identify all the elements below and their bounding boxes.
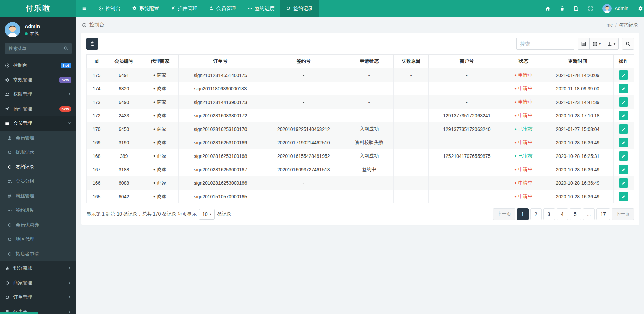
main-content: 控制台 mc / 签约记录 ▾ ▾ Id会员编号代理商家订单号签约号申请状态失败…	[76, 17, 644, 314]
nav-item-签约进度[interactable]: 签约进度	[242, 0, 280, 17]
sidebar-item-会员优惠券[interactable]: 会员优惠券	[0, 218, 76, 232]
edit-button[interactable]	[619, 192, 628, 201]
sidebar-item-插件管理[interactable]: 插件管理new	[0, 102, 76, 116]
column-header-订单号: 订单号	[179, 55, 262, 68]
menu-search-input[interactable]	[5, 43, 72, 54]
home-icon	[545, 6, 550, 11]
nav-item-插件管理[interactable]: 插件管理	[165, 0, 203, 17]
cell-id: 172	[87, 109, 106, 122]
sidebar-item-商家管理[interactable]: 商家管理	[0, 276, 76, 290]
cell-apply-status: 入网成功	[345, 122, 393, 136]
chevron-left-icon	[68, 295, 71, 299]
sidebar-bottom-accent	[0, 312, 38, 314]
nav-item-控制台[interactable]: 控制台	[93, 0, 126, 17]
sidebar-item-提现记录[interactable]: 提现记录	[0, 145, 76, 160]
caret-down-icon: ▾	[599, 42, 601, 46]
sidebar-item-签约进度[interactable]: 签约进度	[0, 203, 76, 218]
sidebar-item-权限管理[interactable]: 权限管理	[0, 87, 76, 102]
edit-button[interactable]	[619, 138, 628, 147]
cell-id: 167	[87, 163, 106, 176]
sidebar-item-签约记录[interactable]: 签约记录	[0, 160, 76, 174]
cell-fail-reason	[393, 95, 429, 109]
sidebar-item-label: 签约记录	[16, 164, 34, 170]
page-button-17[interactable]: 17	[596, 208, 610, 220]
advanced-search-button[interactable]	[622, 38, 634, 50]
page-button-2[interactable]: 2	[530, 208, 542, 220]
sidebar-item-会员分组[interactable]: 会员分组	[0, 174, 76, 189]
page-title: 控制台	[89, 22, 104, 28]
edit-button[interactable]	[619, 84, 628, 93]
edit-button[interactable]	[619, 124, 628, 134]
page-size-select[interactable]: 10 ▴	[199, 209, 215, 220]
pencil-icon	[622, 181, 626, 185]
cell-fail-reason: -	[393, 68, 429, 82]
user-status: 在线	[25, 31, 40, 37]
sidebar-item-label: 粉丝管理	[16, 193, 34, 199]
sidebar-item-粉丝管理[interactable]: 粉丝管理	[0, 189, 76, 203]
table-row: 1656042●商家sign20101510570900165----●申请中2…	[87, 190, 634, 203]
cell-order-no: sign21012314413900173	[179, 95, 262, 109]
user-panel: Admin 在线	[0, 17, 76, 41]
page-button-下一页[interactable]: 下一页	[612, 208, 634, 220]
breadcrumb-parent[interactable]: mc	[606, 22, 613, 28]
nav-item-签约记录[interactable]: 签约记录	[280, 0, 319, 17]
cell-sign-no: -	[262, 190, 345, 203]
cell-member-no: 6042	[106, 190, 141, 203]
sidebar-item-订单管理[interactable]: 订单管理	[0, 290, 76, 305]
page-button-4[interactable]: 4	[557, 208, 568, 220]
refresh-button[interactable]	[86, 38, 98, 50]
expand-icon	[588, 6, 593, 11]
table-search-input[interactable]	[516, 38, 574, 50]
settings-button[interactable]	[633, 0, 644, 17]
avatar	[602, 4, 612, 13]
edit-button[interactable]	[619, 111, 628, 120]
clear-cache-button[interactable]	[555, 0, 569, 17]
cell-fail-reason	[393, 122, 429, 136]
sidebar-menu: 控制台hot常规管理new权限管理插件管理new会员管理会员管理提现记录签约记录…	[0, 58, 76, 314]
nav-item-label: 系统配置	[139, 5, 159, 12]
ellipsis-icon	[248, 6, 252, 11]
view-button-group: ▾ ▾	[578, 38, 619, 50]
table-row: 1693190●商家sign20102816253100169202010171…	[87, 136, 634, 149]
chevron-left-icon	[68, 266, 71, 270]
brand-logo[interactable]: 付乐啦	[0, 0, 76, 17]
cell-order-no: sign20102816253100168	[179, 149, 262, 163]
caret-down-icon: ▾	[614, 42, 615, 46]
columns-button[interactable]: ▾	[589, 38, 604, 50]
nav-item-会员管理[interactable]: 会员管理	[203, 0, 242, 17]
sidebar-item-拓店者申请[interactable]: 拓店者申请	[0, 247, 76, 261]
sidebar-item-积分商城[interactable]: 积分商城	[0, 261, 76, 276]
page-button-3[interactable]: 3	[543, 208, 555, 220]
cell-agent: ●商家	[141, 82, 178, 95]
cell-member-no: 3190	[106, 136, 141, 149]
cell-sign-no: 20201016093727461513	[262, 163, 345, 176]
page-button-5[interactable]: 5	[570, 208, 581, 220]
nav-item-系统配置[interactable]: 系统配置	[126, 0, 165, 17]
edit-button[interactable]	[619, 151, 628, 161]
sidebar-item-常规管理[interactable]: 常规管理new	[0, 73, 76, 87]
sidebar-item-地区代理[interactable]: 地区代理	[0, 232, 76, 247]
cell-actions	[614, 109, 634, 122]
sidebar-item-会员管理[interactable]: 会员管理	[0, 131, 76, 145]
home-button[interactable]	[541, 0, 555, 17]
page-button-上一页[interactable]: 上一页	[493, 208, 515, 220]
fullscreen-button[interactable]	[584, 0, 598, 17]
nav-item-menu-toggle[interactable]	[76, 0, 93, 17]
edit-button[interactable]	[619, 70, 628, 80]
sidebar-item-会员管理[interactable]: 会员管理	[0, 116, 76, 131]
edit-button[interactable]	[619, 165, 628, 174]
table-row: 1673188●商家sign20102816253000167202010160…	[87, 163, 634, 176]
edit-button[interactable]	[619, 97, 628, 107]
nav-item-label: 控制台	[106, 5, 121, 12]
cell-status: ●申请中	[505, 136, 542, 149]
export-button[interactable]: ▾	[604, 38, 619, 50]
sidebar-item-控制台[interactable]: 控制台hot	[0, 58, 76, 73]
status-badge: 申请中	[518, 113, 533, 118]
log-button[interactable]	[569, 0, 584, 17]
admin-menu[interactable]: Admin	[598, 4, 633, 13]
status-dot-icon: ●	[514, 140, 517, 144]
toggle-view-button[interactable]	[578, 38, 590, 50]
edit-button[interactable]	[619, 178, 628, 188]
cell-updated-time: 2020-10-28 16:25:31	[542, 149, 613, 163]
page-button-1[interactable]: 1	[517, 208, 529, 220]
